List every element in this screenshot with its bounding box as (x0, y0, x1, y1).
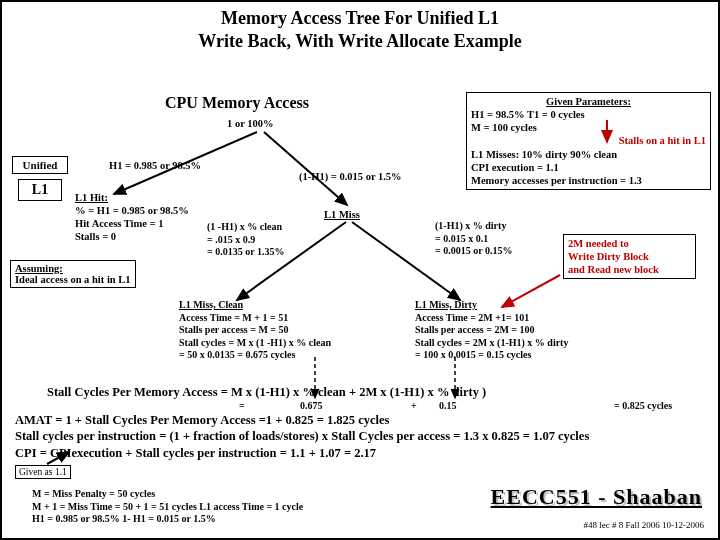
miss-label: L1 Miss (324, 208, 360, 221)
hit-title: L1 Hit: (75, 191, 189, 204)
calc-l4: CPI = CPIexecution + Stall cycles per in… (15, 445, 589, 461)
clean-branch: (1 -H1) x % clean = .015 x 0.9 = 0.0135 … (207, 221, 284, 259)
miss-dirty-block: L1 Miss, Dirty Access Time = 2M +1= 101 … (415, 299, 568, 362)
note-2m-box: 2M needed to Write Dirty Block and Read … (563, 234, 696, 279)
calc-l2: AMAT = 1 + Stall Cycles Per Memory Acces… (15, 412, 589, 428)
params-misses: L1 Misses: 10% dirty 90% clean (471, 148, 706, 161)
calc-v1: 0.675 (300, 400, 323, 413)
calc-block: Stall Cycles Per Memory Access = M x (1-… (47, 384, 486, 400)
dirty-p3: = 0.0015 or 0.15% (435, 245, 512, 258)
page-title-2: Write Back, With Write Allocate Example (2, 31, 718, 52)
miss-clean-l3: Stall cycles = M x (1 -H1) x % clean (179, 337, 331, 350)
footnotes: M = Miss Penalty = 50 cycles M + 1 = Mis… (32, 488, 303, 526)
fn-l3: H1 = 0.985 or 98.5% 1- H1 = 0.015 or 1.5… (32, 513, 303, 526)
hit-l3: Stalls = 0 (75, 230, 189, 243)
miss-clean-block: L1 Miss, Clean Access Time = M + 1 = 51 … (179, 299, 331, 362)
hit-l1: % = H1 = 0.985 or 98.5% (75, 204, 189, 217)
miss-clean-title: L1 Miss, Clean (179, 299, 331, 312)
l1-box: L1 (18, 179, 62, 201)
calc-v2: 0.15 (439, 400, 457, 413)
miss-dirty-l2: Stalls per access = 2M = 100 (415, 324, 568, 337)
hit-l2: Hit Access Time = 1 (75, 217, 189, 230)
calc-l3: Stall cycles per instruction = (1 + frac… (15, 428, 589, 444)
page-title-1: Memory Access Tree For Unified L1 (2, 8, 718, 29)
miss-dirty-l3: Stall cycles = 2M x (1-H1) x % dirty (415, 337, 568, 350)
calc-l1a: Stall Cycles Per Memory Access = M x (1-… (47, 384, 486, 400)
unified-box: Unified (12, 156, 68, 174)
note2m-l2: Write Dirty Block (568, 250, 691, 263)
miss-dirty-title: L1 Miss, Dirty (415, 299, 568, 312)
fn-l1: M = Miss Penalty = 50 cycles (32, 488, 303, 501)
clean-p2: = .015 x 0.9 (207, 234, 284, 247)
root-prob: 1 or 100% (227, 117, 273, 130)
cpu-heading: CPU Memory Access (165, 94, 309, 112)
params-mapi: Memory accesses per instruction = 1.3 (471, 174, 706, 187)
params-h1: H1 = 98.5% T1 = 0 cycles (471, 108, 706, 121)
parameters-box: Given Parameters: H1 = 98.5% T1 = 0 cycl… (466, 92, 711, 190)
calc-plus: + (411, 400, 417, 413)
footer-title: EECC551 - Shaaban (491, 484, 702, 510)
miss-dirty-l1: Access Time = 2M +1= 101 (415, 312, 568, 325)
params-stalls: Stalls on a hit in L1 (471, 134, 706, 147)
hit-block: L1 Hit: % = H1 = 0.985 or 98.5% Hit Acce… (75, 191, 189, 244)
assuming-l2: Ideal access on a hit in L1 (15, 274, 131, 285)
dirty-p1: (1-H1) x % dirty (435, 220, 512, 233)
calc-eq: = (239, 400, 245, 413)
given-small-box: Given as 1.1 (15, 465, 71, 479)
footer-meta: #48 lec # 8 Fall 2006 10-12-2006 (584, 520, 705, 530)
clean-p3: = 0.0135 or 1.35% (207, 246, 284, 259)
calc-rest: AMAT = 1 + Stall Cycles Per Memory Acces… (15, 412, 589, 461)
miss-clean-l2: Stalls per access = M = 50 (179, 324, 331, 337)
h1-label: H1 = 0.985 or 98.5% (109, 159, 201, 172)
params-title: Given Parameters: (471, 95, 706, 108)
note2m-l3: and Read new block (568, 263, 691, 276)
assuming-l1: Assuming: (15, 263, 131, 274)
miss-prob-label: (1-H1) = 0.015 or 1.5% (299, 170, 402, 183)
fn-l2: M + 1 = Miss Time = 50 + 1 = 51 cycles L… (32, 501, 303, 514)
note2m-l1: 2M needed to (568, 237, 691, 250)
svg-line-1 (264, 132, 347, 205)
miss-dirty-l4: = 100 x 0.0015 = 0.15 cycles (415, 349, 568, 362)
clean-p1: (1 -H1) x % clean (207, 221, 284, 234)
dirty-branch: (1-H1) x % dirty = 0.015 x 0.1 = 0.0015 … (435, 220, 512, 258)
assuming-box: Assuming: Ideal access on a hit in L1 (10, 260, 136, 288)
miss-clean-l1: Access Time = M + 1 = 51 (179, 312, 331, 325)
calc-res: = 0.825 cycles (614, 400, 672, 413)
params-cpi: CPI execution = 1.1 (471, 161, 706, 174)
dirty-p2: = 0.015 x 0.1 (435, 233, 512, 246)
miss-clean-l4: = 50 x 0.0135 = 0.675 cycles (179, 349, 331, 362)
params-m: M = 100 cycles (471, 121, 706, 134)
